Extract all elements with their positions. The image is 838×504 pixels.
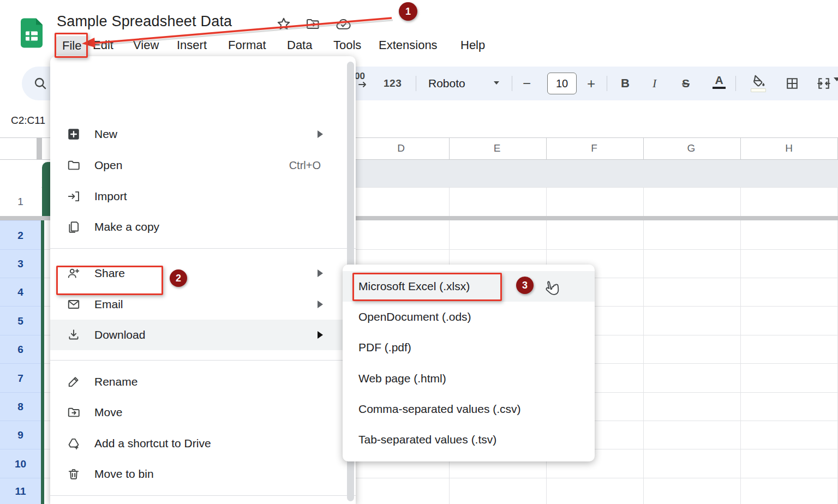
column-header-g[interactable]: G [675,137,708,159]
row-header-8[interactable]: 8 [0,392,41,421]
italic-button[interactable]: I [653,67,656,100]
submenu-item-tsv[interactable]: Tab-separated values (.tsv) [343,424,595,455]
merge-cells-icon[interactable] [816,76,831,91]
increase-decimal-label: 00 [355,71,365,81]
menubar-item-help[interactable]: Help [460,36,485,55]
submenu-item-pdf[interactable]: PDF (.pdf) [343,332,595,363]
menu-item-share[interactable]: Share [50,258,348,289]
menu-item-add-shortcut-to-drive[interactable]: Add a shortcut to Drive [50,428,348,459]
menu-item-make-a-copy[interactable]: Make a copy [50,212,348,242]
menubar-item-data[interactable]: Data [287,36,312,55]
name-box[interactable]: C2:C11 [11,115,45,127]
column-header-d[interactable]: D [385,137,417,159]
download-icon [67,328,81,342]
menubar-item-format[interactable]: Format [228,36,266,55]
increase-font-size-button[interactable]: + [587,67,595,100]
menu-separator [50,360,356,361]
submenu-item-ods[interactable]: OpenDocument (.ods) [343,302,595,332]
row-header-4[interactable]: 4 [0,278,41,307]
move-icon [67,405,81,419]
column-header-f[interactable]: F [578,137,610,159]
menu-item-label: Move [94,406,122,419]
move-to-folder-icon[interactable] [305,16,320,32]
column-header-e[interactable]: E [481,137,513,159]
menu-item-new[interactable]: New [50,119,348,149]
table-green-edge-strip [41,220,44,504]
menu-item-open[interactable]: Open Ctrl+O [50,150,348,181]
increase-decimal-arrow-icon [358,81,369,88]
hand-pointer-cursor [542,279,562,301]
font-family-select[interactable]: Roboto [428,67,465,100]
menubar-item-extensions[interactable]: Extensions [379,36,438,55]
cloud-saved-icon[interactable] [335,16,352,32]
menu-separator [50,495,356,496]
menubar-item-file[interactable]: File [56,36,87,56]
number-format-button[interactable]: 123 [384,67,402,100]
submenu-item-html[interactable]: Web page (.html) [343,363,595,394]
menu-item-label: Email [94,298,123,311]
annotation-step-2: 2 [170,269,187,287]
column-header-h[interactable]: H [773,137,805,159]
row-header-10[interactable]: 10 [0,449,41,478]
menu-item-import[interactable]: Import [50,181,348,212]
row-header-7[interactable]: 7 [0,363,41,393]
row-header-6[interactable]: 6 [0,335,41,364]
fill-color-swatch [751,88,766,92]
search-icon[interactable] [33,76,48,91]
more-options-caret-icon[interactable] [834,81,838,91]
row-header-5[interactable]: 5 [0,306,41,335]
menu-item-label: Share [94,267,125,280]
row-header-3[interactable]: 3 [0,249,41,278]
borders-icon[interactable] [785,76,800,91]
import-icon [67,189,81,203]
menu-item-label: Download [94,328,145,341]
copy-icon [67,220,81,234]
bold-button[interactable]: B [621,67,630,100]
file-menu: New Open Ctrl+O Import Make a copy Share… [50,56,356,504]
menubar-item-tools[interactable]: Tools [333,36,361,55]
font-size-input[interactable]: 10 [547,73,577,94]
text-color-button[interactable]: A [713,74,726,89]
google-sheets-app: Sample Spreadsheet Data File Edit View I… [0,0,838,504]
menu-item-label: Import [94,190,127,203]
font-family-caret-icon[interactable] [494,81,499,85]
toolbar-divider [416,76,416,91]
row-header-11[interactable]: 11 [0,478,41,504]
fill-color-icon[interactable] [751,74,766,89]
menu-item-shortcut: Ctrl+O [289,159,321,172]
menu-item-label: Move to bin [94,467,154,481]
star-icon[interactable] [276,16,291,32]
strikethrough-button[interactable]: S [682,67,690,100]
submenu-arrow-icon [318,269,323,277]
menu-item-label: Open [94,159,122,172]
submenu-item-csv[interactable]: Comma-separated values (.csv) [343,394,595,424]
toolbar-divider [607,76,607,91]
frozen-row-band [306,160,838,187]
table-header-green-edge [42,162,51,216]
menu-item-move[interactable]: Move [50,397,348,428]
new-icon [67,127,81,141]
menu-item-email[interactable]: Email [50,289,348,320]
trash-icon [67,467,81,481]
menu-item-label: New [94,128,117,141]
row-header-9[interactable]: 9 [0,421,41,449]
menu-item-label: Make a copy [94,220,159,233]
menubar-item-edit[interactable]: Edit [93,36,113,55]
submenu-arrow-icon [318,130,323,138]
menubar-item-view[interactable]: View [133,36,159,55]
text-color-label: A [715,74,723,86]
email-icon [67,297,81,311]
row-header-2[interactable]: 2 [0,220,41,250]
text-color-swatch [713,87,726,89]
menu-item-label: Rename [94,375,137,388]
menu-item-move-to-bin[interactable]: Move to bin [50,459,348,489]
decrease-font-size-button[interactable]: − [523,67,531,100]
document-title[interactable]: Sample Spreadsheet Data [57,13,232,30]
menu-item-rename[interactable]: Rename [50,367,348,397]
open-icon [67,158,81,172]
row-header-1[interactable]: 1 [0,188,41,216]
menubar-item-insert[interactable]: Insert [177,36,207,55]
increase-decimal-icon[interactable]: 00 [355,72,369,88]
menu-item-download[interactable]: Download [50,320,348,350]
share-icon [67,266,81,280]
